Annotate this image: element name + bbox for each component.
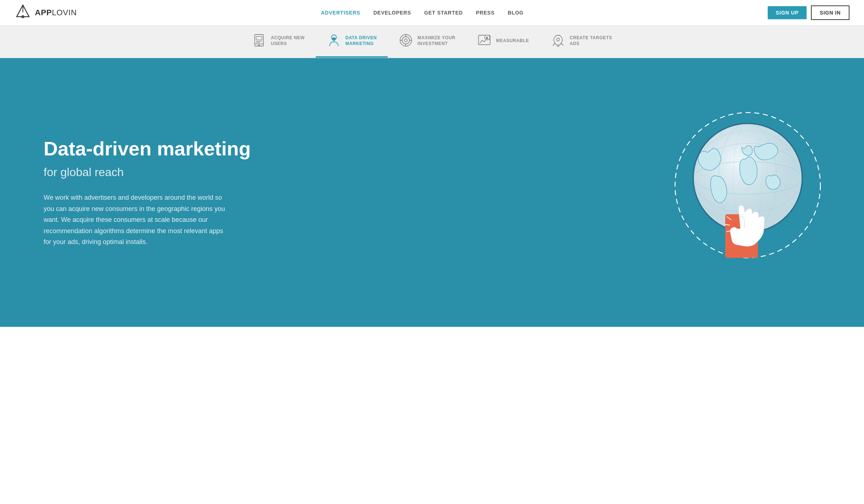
target-icon [399,33,413,49]
hero-title: Data-driven marketing [44,137,262,160]
person-heart-icon [327,33,341,49]
logo[interactable]: APPLOVIN [15,4,77,22]
tab-acquire[interactable]: ACQUIRE NEWUSERS [241,25,315,58]
svg-rect-6 [256,36,262,40]
navbar: APPLOVIN ADVERTISERS DEVELOPERS GET STAR… [0,0,864,25]
tablet-icon [252,33,266,49]
hero-subtitle: for global reach [44,166,262,179]
signin-button[interactable]: SIGN IN [811,5,849,20]
svg-point-12 [404,39,407,42]
logo-icon [15,4,31,22]
hero-body: We work with advertisers and developers … [44,192,225,248]
hero-content: Data-driven marketing for global reach W… [44,137,262,248]
chart-dollar-icon: $ [477,33,492,49]
tab-data-driven[interactable]: DATA DRIVENMARKETING [316,25,388,58]
navbar-nav: ADVERTISERS DEVELOPERS GET STARTED PRESS… [321,10,524,16]
tabs-bar: ACQUIRE NEWUSERS DATA DRIVENMARKETING [0,25,864,58]
tab-measurable[interactable]: $ MEASURABLE [466,25,540,58]
svg-point-5 [259,45,260,46]
signup-button[interactable]: SIGN UP [768,6,807,19]
hero-illustration [661,105,835,280]
nav-press[interactable]: PRESS [476,10,494,16]
hero-section: Data-driven marketing for global reach W… [0,58,864,327]
tab-acquire-label: ACQUIRE NEWUSERS [271,35,304,46]
svg-point-11 [402,37,409,44]
svg-point-23 [557,38,560,41]
nav-get-started[interactable]: GET STARTED [424,10,463,16]
nav-developers[interactable]: DEVELOPERS [374,10,411,16]
nav-blog[interactable]: BLOG [508,10,524,16]
tab-create-targets[interactable]: CREATE TARGETSADS [540,25,623,58]
tab-create-targets-label: CREATE TARGETSADS [570,35,612,46]
navbar-actions: SIGN UP SIGN IN [768,5,849,20]
tab-maximize[interactable]: MAXIMIZE YOURINVESTMENT [388,25,466,58]
tab-maximize-label: MAXIMIZE YOURINVESTMENT [417,35,455,46]
nav-advertisers[interactable]: ADVERTISERS [321,10,360,16]
tab-data-driven-label: DATA DRIVENMARKETING [346,35,377,46]
logo-text: APPLOVIN [35,8,77,17]
rocket-icon [551,33,565,49]
tab-measurable-label: MEASURABLE [496,38,529,44]
